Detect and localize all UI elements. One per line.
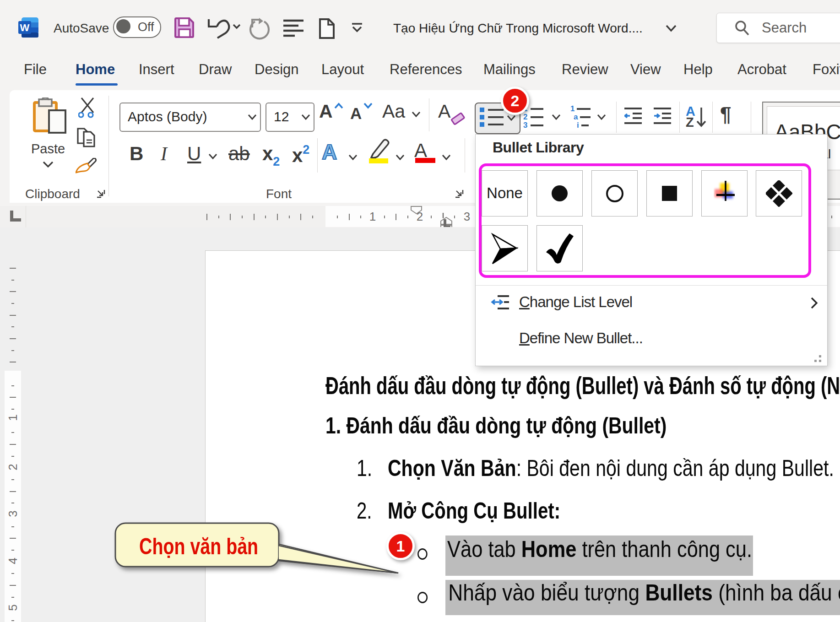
svg-text:2: 2 <box>523 113 527 121</box>
svg-text:3: 3 <box>523 121 527 129</box>
svg-text:1: 1 <box>570 105 574 113</box>
svg-text:W: W <box>20 22 30 33</box>
svg-text:a: a <box>574 113 578 121</box>
svg-text:i: i <box>577 121 579 129</box>
